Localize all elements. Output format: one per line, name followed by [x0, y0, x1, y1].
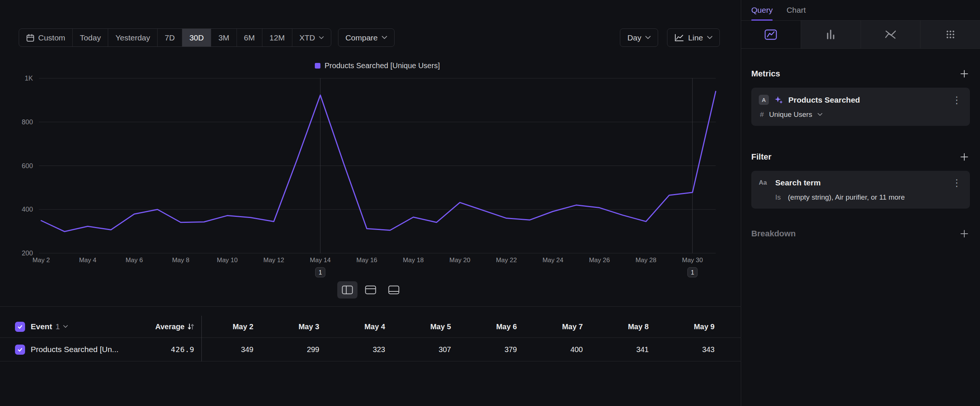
layout-split-bottom-icon	[388, 285, 399, 295]
chart-type-line-tab[interactable]	[741, 21, 801, 48]
date-range-xtd-button[interactable]: XTD	[292, 29, 331, 46]
filter-card[interactable]: Aa Search term ⋮ Is (empty string), Air …	[751, 171, 970, 209]
day-column-header: May 4	[319, 322, 385, 331]
row-checkbox[interactable]	[15, 345, 25, 355]
date-range-6m-button[interactable]: 6M	[237, 29, 262, 46]
chart-table-divider	[0, 306, 741, 307]
check-icon	[17, 347, 23, 352]
legend-swatch	[315, 63, 320, 68]
x-axis-tick-label: May 30	[682, 256, 703, 264]
x-axis-tick-label: May 12	[264, 256, 285, 264]
metric-letter-badge: A	[759, 95, 769, 105]
chevron-down-icon	[818, 113, 822, 116]
row-average-cell: 426.9	[124, 345, 194, 354]
chart-type-bar-tab[interactable]	[801, 21, 861, 48]
annotation-badge[interactable]: 1	[688, 267, 697, 277]
day-value-cell: 379	[451, 345, 517, 354]
metric-menu-button[interactable]: ⋮	[951, 95, 963, 105]
day-value-cell: 299	[253, 345, 319, 354]
add-filter-button[interactable]	[959, 151, 970, 162]
date-range-12m-button[interactable]: 12M	[262, 29, 292, 46]
chevron-down-icon	[382, 36, 387, 39]
day-column-header: May 2	[202, 322, 253, 331]
average-column-sort[interactable]: Average	[124, 322, 194, 331]
breakdown-table: Event 1 Average May 2May 3May 4May 5May …	[0, 316, 741, 361]
filter-condition[interactable]: Is (empty string), Air purifier, or 11 m…	[759, 193, 963, 202]
string-property-icon: Aa	[759, 179, 770, 186]
series-line	[41, 91, 716, 231]
annotation-badge[interactable]: 1	[315, 267, 325, 277]
tab-chart[interactable]: Chart	[786, 6, 805, 20]
layout-split-left-icon	[342, 285, 353, 295]
row-series-name[interactable]: Products Searched [Un...	[31, 345, 124, 354]
day-value-cell: 349	[202, 345, 253, 354]
average-value: 426.9	[171, 345, 194, 354]
add-breakdown-button[interactable]	[959, 228, 970, 239]
add-metric-button[interactable]	[959, 68, 970, 80]
date-range-today-button[interactable]: Today	[72, 29, 108, 46]
day-column-header: May 7	[517, 322, 583, 331]
date-range-30d-button[interactable]: 30D	[182, 29, 211, 46]
y-axis-tick-label: 800	[22, 118, 33, 126]
day-column-header: May 6	[451, 322, 517, 331]
stacked-chart-tab-icon	[884, 29, 897, 40]
date-range-yesterday-button[interactable]: Yesterday	[108, 29, 157, 46]
bar-chart-tab-icon	[824, 29, 837, 40]
date-range-label: 30D	[189, 33, 204, 42]
plus-icon	[960, 229, 969, 238]
layout-split-bottom-button[interactable]	[384, 281, 404, 299]
plus-icon	[960, 153, 969, 161]
day-column-header: May 9	[649, 322, 714, 331]
x-axis-tick-label: May 6	[126, 256, 143, 264]
date-range-3m-button[interactable]: 3M	[211, 29, 236, 46]
chart-legend: Products Searched [Unique Users]	[39, 61, 716, 70]
more-charts-tab-icon	[945, 29, 956, 40]
metrics-header-label: Metrics	[751, 69, 780, 79]
chart-style-label: Line	[688, 33, 703, 42]
day-column-header: May 8	[583, 322, 649, 331]
x-axis-tick-label: May 24	[542, 256, 563, 264]
check-icon	[17, 324, 23, 330]
metric-aggregation-dropdown[interactable]: # Unique Users	[759, 110, 963, 119]
event-count: 1	[56, 322, 60, 331]
select-all-checkbox[interactable]	[15, 322, 25, 332]
layout-split-top-icon	[365, 285, 376, 295]
date-range-label: Custom	[38, 33, 65, 42]
chart-type-stacked-tab[interactable]	[861, 21, 921, 48]
event-column-dropdown[interactable]: Event 1	[31, 322, 124, 331]
event-label: Event	[31, 322, 52, 331]
breakdown-section-header: Breakdown	[751, 228, 970, 239]
chart-type-more-tab[interactable]	[920, 21, 980, 48]
day-value-cell: 323	[319, 345, 385, 354]
day-column-header: May 3	[253, 322, 319, 331]
line-chart-icon	[675, 34, 684, 42]
layout-split-top-button[interactable]	[361, 281, 381, 299]
granularity-label: Day	[627, 33, 641, 42]
chart-style-button[interactable]: Line	[667, 29, 720, 47]
series-name-label: Products Searched [Un...	[31, 345, 119, 354]
svg-text:1: 1	[318, 269, 322, 275]
day-value-cell: 307	[385, 345, 451, 354]
date-range-custom-button[interactable]: Custom	[19, 29, 72, 46]
date-range-7d-button[interactable]: 7D	[157, 29, 182, 46]
compare-button[interactable]: Compare	[338, 29, 395, 47]
aggregation-label: Unique Users	[769, 110, 812, 119]
layout-toggle-group	[337, 281, 404, 299]
date-range-label: 12M	[269, 33, 285, 42]
metric-card[interactable]: A Products Searched ⋮ # Unique Users	[751, 88, 970, 126]
chevron-down-icon	[707, 36, 712, 39]
tab-query[interactable]: Query	[751, 6, 773, 20]
date-range-label: 6M	[244, 33, 255, 42]
metrics-section-header: Metrics	[751, 68, 970, 80]
aggregation-type-icon: #	[760, 110, 764, 119]
metric-title: Products Searched	[788, 96, 946, 105]
granularity-button[interactable]: Day	[620, 29, 658, 47]
tab-chart-label: Chart	[786, 6, 805, 14]
layout-split-left-button[interactable]	[337, 281, 358, 299]
report-toolbar: CustomTodayYesterday7D30D3M6M12MXTD Comp…	[19, 29, 720, 47]
day-column-header: May 5	[385, 322, 451, 331]
x-axis-tick-label: May 16	[356, 256, 377, 264]
date-range-label: 7D	[165, 33, 175, 42]
calendar-icon	[26, 34, 35, 42]
filter-menu-button[interactable]: ⋮	[951, 178, 963, 188]
